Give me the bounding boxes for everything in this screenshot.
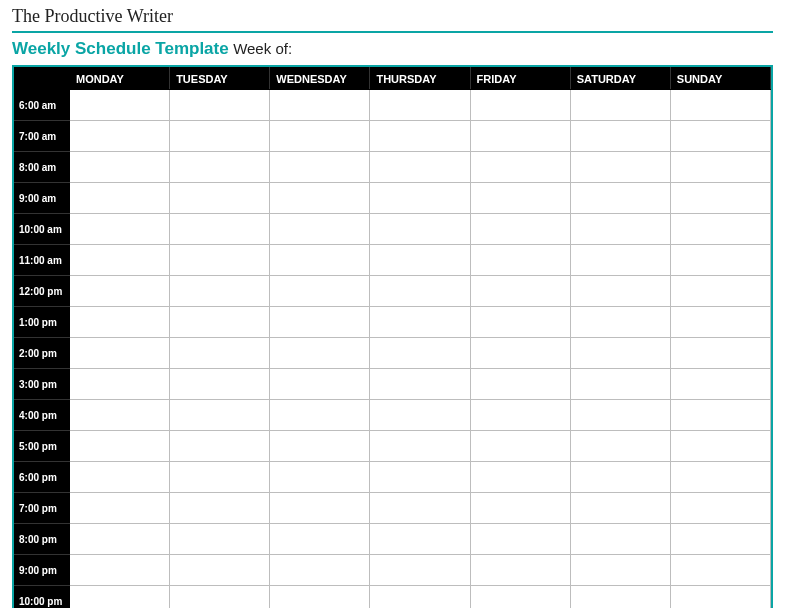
schedule-cell[interactable]: [370, 338, 470, 369]
schedule-cell[interactable]: [570, 307, 670, 338]
schedule-cell[interactable]: [170, 369, 270, 400]
schedule-cell[interactable]: [370, 214, 470, 245]
schedule-cell[interactable]: [370, 555, 470, 586]
schedule-cell[interactable]: [370, 183, 470, 214]
schedule-cell[interactable]: [470, 276, 570, 307]
schedule-cell[interactable]: [170, 493, 270, 524]
schedule-cell[interactable]: [70, 183, 170, 214]
schedule-cell[interactable]: [270, 524, 370, 555]
schedule-cell[interactable]: [70, 338, 170, 369]
schedule-cell[interactable]: [70, 214, 170, 245]
schedule-cell[interactable]: [170, 555, 270, 586]
schedule-cell[interactable]: [270, 400, 370, 431]
schedule-cell[interactable]: [570, 152, 670, 183]
schedule-cell[interactable]: [470, 555, 570, 586]
schedule-cell[interactable]: [470, 462, 570, 493]
schedule-cell[interactable]: [370, 276, 470, 307]
schedule-cell[interactable]: [370, 493, 470, 524]
schedule-cell[interactable]: [470, 524, 570, 555]
schedule-cell[interactable]: [270, 369, 370, 400]
schedule-cell[interactable]: [370, 586, 470, 609]
schedule-cell[interactable]: [370, 369, 470, 400]
schedule-cell[interactable]: [470, 121, 570, 152]
schedule-cell[interactable]: [270, 431, 370, 462]
schedule-cell[interactable]: [570, 431, 670, 462]
schedule-cell[interactable]: [270, 121, 370, 152]
schedule-cell[interactable]: [370, 431, 470, 462]
schedule-cell[interactable]: [270, 338, 370, 369]
schedule-cell[interactable]: [170, 431, 270, 462]
schedule-cell[interactable]: [670, 462, 770, 493]
schedule-cell[interactable]: [170, 152, 270, 183]
schedule-cell[interactable]: [70, 369, 170, 400]
schedule-cell[interactable]: [170, 586, 270, 609]
schedule-cell[interactable]: [170, 90, 270, 121]
schedule-cell[interactable]: [570, 369, 670, 400]
schedule-cell[interactable]: [570, 121, 670, 152]
schedule-cell[interactable]: [570, 214, 670, 245]
schedule-cell[interactable]: [170, 338, 270, 369]
schedule-cell[interactable]: [570, 586, 670, 609]
schedule-cell[interactable]: [670, 121, 770, 152]
schedule-cell[interactable]: [170, 214, 270, 245]
schedule-cell[interactable]: [70, 586, 170, 609]
schedule-cell[interactable]: [170, 245, 270, 276]
schedule-cell[interactable]: [570, 555, 670, 586]
schedule-cell[interactable]: [670, 524, 770, 555]
schedule-cell[interactable]: [270, 183, 370, 214]
schedule-cell[interactable]: [70, 276, 170, 307]
schedule-cell[interactable]: [170, 183, 270, 214]
schedule-cell[interactable]: [270, 214, 370, 245]
schedule-cell[interactable]: [70, 400, 170, 431]
schedule-cell[interactable]: [70, 431, 170, 462]
schedule-cell[interactable]: [570, 400, 670, 431]
schedule-cell[interactable]: [70, 462, 170, 493]
schedule-cell[interactable]: [570, 493, 670, 524]
schedule-cell[interactable]: [270, 462, 370, 493]
schedule-cell[interactable]: [570, 338, 670, 369]
schedule-cell[interactable]: [470, 493, 570, 524]
schedule-cell[interactable]: [470, 369, 570, 400]
schedule-cell[interactable]: [670, 400, 770, 431]
schedule-cell[interactable]: [270, 245, 370, 276]
schedule-cell[interactable]: [470, 400, 570, 431]
schedule-cell[interactable]: [470, 90, 570, 121]
schedule-cell[interactable]: [670, 276, 770, 307]
schedule-cell[interactable]: [170, 524, 270, 555]
schedule-cell[interactable]: [470, 214, 570, 245]
schedule-cell[interactable]: [70, 307, 170, 338]
schedule-cell[interactable]: [370, 152, 470, 183]
schedule-cell[interactable]: [670, 493, 770, 524]
schedule-cell[interactable]: [170, 307, 270, 338]
schedule-cell[interactable]: [370, 90, 470, 121]
schedule-cell[interactable]: [270, 90, 370, 121]
schedule-cell[interactable]: [470, 245, 570, 276]
schedule-cell[interactable]: [670, 183, 770, 214]
schedule-cell[interactable]: [70, 493, 170, 524]
schedule-cell[interactable]: [270, 152, 370, 183]
schedule-cell[interactable]: [370, 524, 470, 555]
schedule-cell[interactable]: [570, 276, 670, 307]
schedule-cell[interactable]: [470, 307, 570, 338]
schedule-cell[interactable]: [70, 245, 170, 276]
schedule-cell[interactable]: [570, 462, 670, 493]
schedule-cell[interactable]: [670, 214, 770, 245]
schedule-cell[interactable]: [670, 369, 770, 400]
schedule-cell[interactable]: [670, 307, 770, 338]
schedule-cell[interactable]: [370, 307, 470, 338]
schedule-cell[interactable]: [70, 555, 170, 586]
schedule-cell[interactable]: [570, 90, 670, 121]
schedule-cell[interactable]: [270, 493, 370, 524]
schedule-cell[interactable]: [370, 245, 470, 276]
schedule-cell[interactable]: [470, 152, 570, 183]
schedule-cell[interactable]: [470, 338, 570, 369]
schedule-cell[interactable]: [670, 555, 770, 586]
schedule-cell[interactable]: [470, 431, 570, 462]
schedule-cell[interactable]: [670, 338, 770, 369]
schedule-cell[interactable]: [670, 245, 770, 276]
schedule-cell[interactable]: [270, 555, 370, 586]
schedule-cell[interactable]: [570, 524, 670, 555]
schedule-cell[interactable]: [670, 586, 770, 609]
schedule-cell[interactable]: [670, 90, 770, 121]
schedule-cell[interactable]: [570, 245, 670, 276]
